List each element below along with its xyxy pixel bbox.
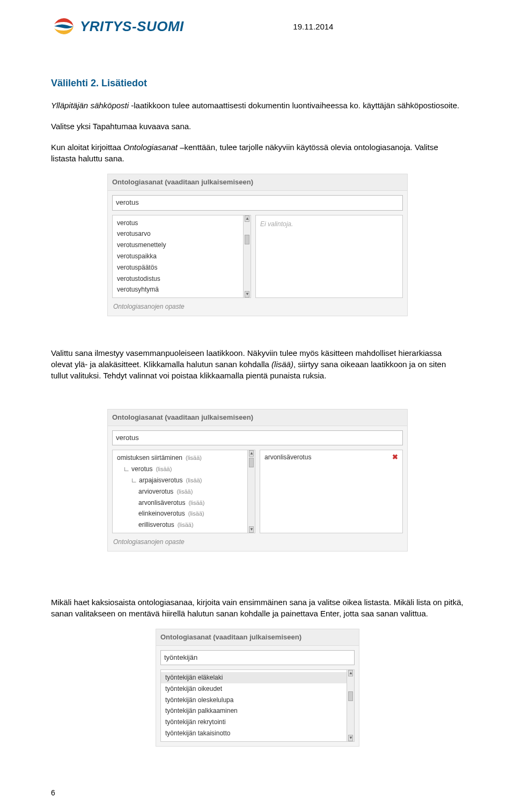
list-item[interactable]: työntekijän eläkelaki [161,672,354,683]
scrollbar[interactable]: ▲ ▼ [247,450,255,533]
panel-help-link[interactable]: Ontologiasanojen opaste [108,535,407,551]
list-item[interactable]: verotusyhtymä [113,284,251,295]
list-item[interactable]: verotusmenettely [113,240,251,251]
list-item[interactable]: verotusarvo [113,228,251,240]
logo-icon [51,13,77,39]
ontology-suggestion-list[interactable]: työntekijän eläkelaki työntekijän oikeud… [160,669,355,742]
panel-help-link[interactable]: Ontologiasanojen opaste [108,300,407,316]
document-date: 19.11.2014 [163,21,464,32]
list-item[interactable]: omistuksen siirtäminen(lisää) [113,452,255,464]
scroll-thumb[interactable] [348,691,353,701]
ontology-panel-2: Ontologiasanat (vaaditaan julkaisemiseen… [107,409,408,552]
selected-item: arvonlisäverotus ✖ [260,450,402,464]
list-item[interactable]: työntekijän palkkaaminen [161,705,354,717]
paragraph-5: Mikäli haet kaksiosaista ontologiasanaa,… [51,597,464,619]
scroll-thumb[interactable] [249,458,254,467]
ontology-search-input[interactable]: työntekijän [160,650,355,665]
list-item[interactable]: verotustodistus [113,273,251,285]
scrollbar[interactable]: ▲ ▼ [243,215,251,298]
ontology-suggestion-list[interactable]: verotus verotusarvo verotusmenettely ver… [112,215,251,299]
list-item[interactable]: erillisverotus(lisää) [113,519,255,531]
ontology-hierarchy-list[interactable]: omistuksen siirtäminen(lisää) ∟ verotus(… [112,450,255,533]
paragraph-2: Valitse yksi Tapahtumaa kuvaava sana. [51,121,464,132]
list-item[interactable]: verotuspäätös [113,262,251,273]
paragraph-3: Kun aloitat kirjoittaa Ontologiasanat –k… [51,141,464,164]
page-header: YRITYS-SUOMI 19.11.2014 [51,13,464,39]
page-number: 6 [51,788,55,799]
list-item[interactable]: verotus [113,218,251,229]
list-item[interactable]: verotuspaikka [113,251,251,262]
list-item[interactable]: ∟ verotus(lisää) [113,464,255,475]
scroll-thumb[interactable] [245,235,249,244]
ontology-selected-empty: Ei valintoja. [255,215,403,299]
panel-title: Ontologiasanat (vaaditaan julkaisemiseen… [108,174,407,191]
list-item[interactable]: arvioverotus(lisää) [113,486,255,497]
ontology-panel-3: Ontologiasanat (vaaditaan julkaisemiseen… [156,629,359,747]
paragraph-1: Ylläpitäjän sähköposti -laatikkoon tulee… [51,100,464,111]
remove-icon[interactable]: ✖ [392,452,398,462]
scroll-down-icon[interactable]: ▼ [245,291,249,297]
panel-title: Ontologiasanat (vaaditaan julkaisemiseen… [108,409,407,426]
ontology-panel-1: Ontologiasanat (vaaditaan julkaisemiseen… [107,174,408,316]
list-item[interactable]: työntekijän oleskelulupa [161,695,354,706]
document-body: Välilehti 2. Lisätiedot Ylläpitäjän sähk… [51,77,464,747]
list-item[interactable]: ∟ arpajaisverotus(lisää) [113,475,255,486]
ontology-search-input[interactable]: verotus [112,195,403,210]
scroll-up-icon[interactable]: ▲ [245,215,249,222]
ontology-selected-list: arvonlisäverotus ✖ [260,450,403,533]
scroll-down-icon[interactable]: ▼ [249,526,254,533]
scroll-up-icon[interactable]: ▲ [348,670,353,676]
panel-title: Ontologiasanat (vaaditaan julkaisemiseen… [156,629,359,646]
scroll-down-icon[interactable]: ▼ [348,735,353,741]
list-item[interactable]: arvonlisäverotus(lisää) [113,497,255,509]
scroll-up-icon[interactable]: ▲ [249,450,254,457]
list-item[interactable]: työntekijän takaisinotto [161,728,354,739]
paragraph-4: Valittu sana ilmestyy vasemmanpuoleiseen… [51,347,464,381]
list-item[interactable]: elinkeinoverotus(lisää) [113,508,255,519]
section-title: Välilehti 2. Lisätiedot [51,77,464,90]
list-item[interactable]: työntekijän rekrytointi [161,717,354,728]
scrollbar[interactable]: ▲ ▼ [347,670,354,741]
list-item[interactable]: työntekijän oikeudet [161,683,354,695]
ontology-search-input[interactable]: verotus [112,430,403,445]
